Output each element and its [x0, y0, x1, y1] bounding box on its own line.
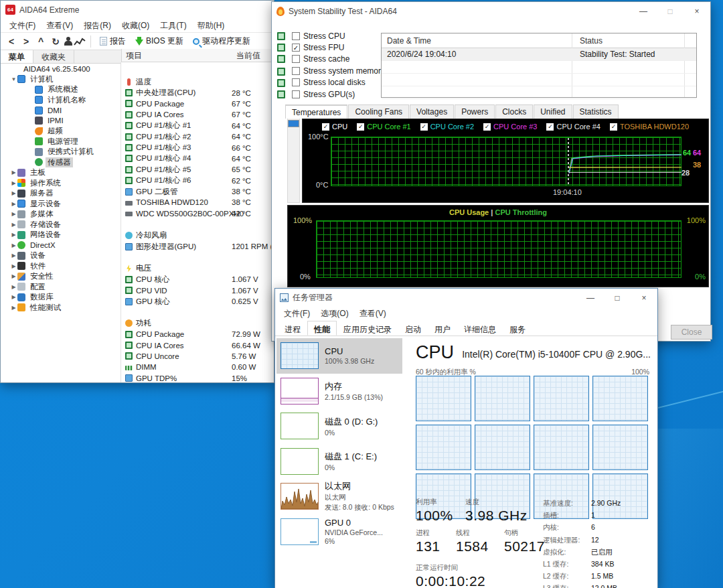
sensor-row[interactable]: GPU TDP% 15% — [121, 373, 274, 382]
tm-tab[interactable]: 用户 — [428, 321, 457, 336]
sensor-row[interactable]: CPU #1/核心 #4 64 °C — [121, 153, 274, 164]
tree-chevron-icon[interactable]: ▶ — [10, 180, 17, 186]
tree-chevron-icon[interactable]: ▶ — [10, 242, 17, 248]
close-button[interactable]: × — [684, 2, 710, 20]
tm-tab[interactable]: 详细信息 — [457, 321, 503, 336]
sensor-row[interactable]: 电压 — [121, 263, 274, 274]
aida64-titlebar[interactable]: 64 AIDA64 Extreme — [1, 1, 274, 19]
menu-item[interactable]: 帮助(H) — [193, 19, 230, 33]
stress-option[interactable]: Stress system memory — [277, 65, 385, 76]
tree-item[interactable]: 便携式计算机 — [1, 147, 120, 157]
log-col-datetime[interactable]: Date & Time — [382, 36, 436, 46]
menu-item[interactable]: 报告(R) — [79, 19, 116, 33]
sensor-row[interactable]: CPU #1/核心 #6 62 °C — [121, 175, 274, 186]
minimize-button[interactable]: — — [630, 2, 657, 20]
sensor-row[interactable]: DIMM 0.60 W — [121, 362, 274, 372]
stress-checkbox[interactable] — [292, 44, 300, 52]
stress-option[interactable]: Stress CPU — [277, 30, 385, 42]
menu-item[interactable]: 选项(O) — [316, 307, 353, 321]
tree-chevron-icon[interactable]: ▶ — [10, 284, 17, 290]
sensor-row[interactable]: CPU 核心 1.067 V — [121, 274, 274, 285]
sensor-row[interactable]: GPU 核心 0.625 V — [121, 296, 274, 307]
tree-item[interactable]: 计算机名称 — [1, 95, 120, 106]
perf-sidebar-item[interactable]: CPU 100% 3.98 GHz — [276, 338, 402, 374]
tree-chevron-icon[interactable]: ▶ — [10, 190, 17, 196]
sensor-row[interactable]: CPU #1/核心 #2 64 °C — [121, 131, 274, 142]
sensor-row[interactable] — [121, 252, 274, 263]
tm-tab[interactable]: 启动 — [398, 321, 428, 336]
tree-item[interactable]: ▶ 设备 — [1, 250, 120, 261]
perf-sidebar-item[interactable]: GPU 0 NVIDIA GeForce... 6% — [276, 514, 402, 550]
vertical-scrollbar[interactable] — [287, 117, 300, 203]
menu-item[interactable]: 收藏(O) — [117, 19, 154, 33]
scrollbar-thumb[interactable] — [288, 120, 299, 127]
tree-item[interactable]: ▶ 配置 — [1, 282, 120, 293]
sensor-row[interactable]: 功耗 — [121, 318, 274, 329]
tm-tab[interactable]: 进程 — [278, 321, 307, 336]
left-tab[interactable]: 菜单 — [1, 50, 33, 63]
sensor-graph-icon[interactable] — [74, 37, 86, 46]
sst-tab[interactable]: Unified — [534, 104, 572, 119]
tm-tab[interactable]: 性能 — [307, 321, 337, 336]
perf-sidebar-item[interactable]: 以太网 以太网 发送: 8.0 接收: 0 Kbps — [276, 479, 402, 514]
tree-chevron-icon[interactable]: ▶ — [10, 273, 17, 279]
nav-icon[interactable]: > — [19, 36, 33, 47]
sensor-row[interactable]: TOSHIBA HDWD120 38 °C — [121, 197, 274, 208]
stress-checkbox[interactable] — [292, 90, 300, 98]
tree-item[interactable]: ▶ 主板 — [1, 167, 120, 178]
sensor-row[interactable]: CPU Uncore 5.76 W — [121, 351, 274, 362]
perf-sidebar-item[interactable]: 磁盘 0 (D: G:) 0% — [276, 409, 402, 444]
minimize-button[interactable]: — — [577, 289, 604, 307]
tree-item[interactable]: ▼ 计算机 — [1, 74, 120, 85]
maximize-button[interactable]: □ — [657, 2, 684, 20]
stress-checkbox[interactable] — [292, 67, 300, 75]
stress-checkbox[interactable] — [292, 78, 300, 86]
sensor-row[interactable]: GPU 二极管 38 °C — [121, 186, 274, 197]
tree-chevron-icon[interactable]: ▶ — [10, 169, 17, 175]
column-item[interactable]: 项目 — [122, 49, 146, 62]
tree-item[interactable]: ▶ 存储设备 — [1, 220, 120, 230]
tree-item[interactable]: ▶ 安全性 — [1, 271, 120, 282]
sensor-row[interactable]: CPU IA Cores 66.64 W — [121, 340, 274, 350]
event-log-table[interactable]: Date & Time Status 2020/6/24 19:04:10 St… — [381, 33, 697, 98]
tree-item[interactable]: ▶ 性能测试 — [1, 303, 120, 313]
tree-chevron-icon[interactable]: ▶ — [10, 211, 17, 217]
sensor-row[interactable]: CPU IA Cores 67 °C — [121, 109, 274, 120]
tree-chevron-icon[interactable]: ▶ — [10, 294, 17, 300]
tree-chevron-icon[interactable]: ▶ — [10, 222, 17, 228]
tree-chevron-icon[interactable]: ▶ — [10, 263, 17, 269]
bios-update-button[interactable]: BIOS 更新 — [131, 34, 187, 48]
sst-tab[interactable]: Temperatures — [285, 104, 347, 119]
report-button[interactable]: 报告 — [96, 34, 130, 48]
tree-item[interactable]: ▶ 网络设备 — [1, 230, 120, 240]
close-button[interactable]: × — [631, 289, 657, 307]
nav-icon[interactable]: ↻ — [49, 36, 62, 47]
perf-sidebar-item[interactable]: 磁盘 1 (C: E:) 0% — [276, 444, 402, 480]
sensor-row[interactable]: CPU #1/核心 #3 66 °C — [121, 142, 274, 153]
stress-option[interactable]: Stress cache — [277, 54, 385, 65]
log-header[interactable]: Date & Time Status — [382, 33, 696, 48]
sst-tab[interactable]: Powers — [455, 104, 495, 119]
sst-tab[interactable]: Statistics — [573, 104, 619, 119]
tree-chevron-icon[interactable]: ▶ — [10, 305, 17, 311]
driver-update-button[interactable]: 驱动程序更新 — [189, 34, 254, 48]
column-value[interactable]: 当前值 — [232, 49, 264, 63]
tree-item[interactable]: 超频 — [1, 126, 120, 137]
sst-close-button[interactable]: Close — [671, 325, 712, 340]
sensor-row[interactable]: CPU #1/核心 #1 64 °C — [121, 121, 274, 131]
tree-item[interactable]: AIDA64 v6.25.5400 — [1, 64, 120, 74]
tree-item[interactable]: IPMI — [1, 116, 120, 127]
tm-tab[interactable]: 应用历史记录 — [337, 321, 398, 336]
perf-sidebar-item[interactable]: 内存 2.1/15.9 GB (13%) — [276, 374, 402, 409]
tree-item[interactable]: ▶ 数据库 — [1, 292, 120, 303]
menu-item[interactable]: 查看(V) — [42, 19, 78, 33]
sst-tab[interactable]: Clocks — [495, 104, 533, 119]
stress-option[interactable]: Stress GPU(s) — [277, 88, 385, 100]
sensor-row[interactable] — [121, 219, 274, 230]
tree-item[interactable]: ▶ 操作系统 — [1, 178, 120, 189]
tree-item[interactable]: ▶ 服务器 — [1, 188, 120, 199]
nav-icon[interactable]: ^ — [34, 36, 48, 47]
maximize-button[interactable]: □ — [604, 289, 631, 307]
sensor-row[interactable]: CPU #1/核心 #5 65 °C — [121, 164, 274, 175]
tree-chevron-icon[interactable]: ▶ — [10, 252, 17, 259]
